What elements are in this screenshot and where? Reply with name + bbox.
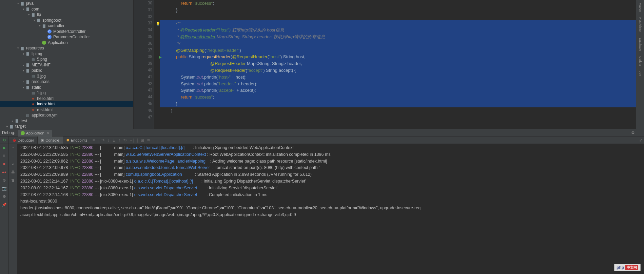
tree-item-index-html[interactable]: ◈index.html [0,101,133,107]
code-editor[interactable]: 303132333435363738394041424344454647 ret… [134,0,636,129]
tab-console[interactable]: ▣Console [38,136,63,144]
springboot-icon [21,131,25,135]
step-out-icon[interactable]: ↑ [118,138,120,143]
tab-debugger[interactable]: 🐞Debugger [9,136,38,144]
tree-item-springboot[interactable]: ▾▇springboot [0,18,133,23]
rail-database[interactable]: Database [638,35,643,54]
print-button[interactable]: 🖶 [10,169,16,175]
pin-button[interactable]: 📌 [1,202,7,208]
clear-button[interactable]: 🗑 [10,177,16,183]
rail-codota[interactable]: Codota [638,54,643,69]
tree-item-resources[interactable]: ▾▇resources [0,45,133,51]
debug-header: Debug: Application ✕ ⚙ — [0,129,644,136]
tree-item-resources[interactable]: ▸▇resources [0,79,133,85]
pause-button[interactable]: ⏸ [1,153,7,159]
minimize-icon[interactable]: — [638,130,642,135]
debug-run-tab[interactable]: Application ✕ [18,130,52,136]
settings-button[interactable]: ⚙ [1,193,7,199]
force-step-icon[interactable]: ⤓ [112,138,116,143]
debug-run-tab-label: Application [26,131,44,135]
tree-item-controller[interactable]: ▾▇controller [0,23,133,29]
resume-button[interactable]: ▶ [1,145,7,151]
tree-item-meta-inf[interactable]: ▸▇META-INF [0,62,133,68]
console-output[interactable]: 2022-08-01 22:32:09.585 INFO 22880 --- [… [18,144,644,274]
tree-item-application[interactable]: Application [0,40,133,46]
close-icon[interactable]: ✕ [46,131,49,135]
tree-item-com[interactable]: ▾▇com [0,6,133,12]
tree-item-target[interactable]: ▸▇target [0,124,133,129]
tree-item-monstercontroller[interactable]: CMonsterController [0,29,133,35]
tree-item-rest-html[interactable]: ◈rest.html [0,107,133,113]
project-tree[interactable]: ▾▇java▾▇com▾▇llp▾▇springboot▾▇controller… [0,0,134,129]
tree-item-5-png[interactable]: ▤5.png [0,57,133,62]
scroll-down-button[interactable]: ↓ [10,153,16,159]
tree-item-hello-html[interactable]: ◈hello.html [0,96,133,102]
drop-frame-icon[interactable]: ⟲ [123,138,126,143]
tree-item-1-jpg[interactable]: ▤1.jpg [0,90,133,96]
watermark: php 中文网 [614,264,641,271]
stop-button[interactable]: ■ [1,161,7,167]
evaluate-icon[interactable]: ⊞ [141,138,144,143]
rail-maven[interactable]: Maven [638,0,643,15]
tree-item-test[interactable]: ▸▇test [0,118,133,124]
tree-item-llpimg[interactable]: ▾▇llpimg [0,51,133,57]
tab-endpoints[interactable]: ⬢Endpoints [63,136,91,144]
mute-breakpoints-button[interactable]: ⊘ [1,177,7,183]
tree-item-application-yml[interactable]: ▤application.yml [0,112,133,118]
view-breakpoints-button[interactable]: ●● [1,169,7,175]
tree-item-static[interactable]: ▾▇static [0,85,133,90]
tree-item-parametercontroller[interactable]: CParameterController [0,34,133,40]
layout-icon[interactable]: ≡ [93,138,95,143]
rerun-button[interactable]: ↻ [0,136,9,144]
debug-title: Debug: [2,130,15,135]
trace-icon[interactable]: ≋ [147,138,150,143]
tree-item-public[interactable]: ▾▇public [0,68,133,73]
run-to-cursor-icon[interactable]: →| [129,138,134,143]
step-over-icon[interactable]: ↷ [101,138,105,143]
tree-item-java[interactable]: ▾▇java [0,1,133,6]
step-into-icon[interactable]: ↓ [108,138,110,143]
soft-wrap-button[interactable]: ⤶ [10,161,16,167]
tree-item-3-jpg[interactable]: ▤3.jpg [0,73,133,79]
tree-item-llp[interactable]: ▾▇llp [0,12,133,18]
rail-ant[interactable]: Ant [638,69,643,79]
right-tool-rail[interactable]: MavenRestfulToolDatabaseCodotaAnt [636,0,644,129]
expand-icon[interactable]: ⤢ [639,138,643,143]
scroll-up-button[interactable]: ↑ [10,145,16,151]
console-icon: ▣ [41,138,44,142]
endpoints-icon: ⬢ [66,138,70,142]
bug-icon: 🐞 [12,138,16,142]
camera-button[interactable]: 📷 [1,185,7,191]
gear-icon[interactable]: ⚙ [631,130,635,135]
rail-restfultool[interactable]: RestfulTool [638,15,643,35]
